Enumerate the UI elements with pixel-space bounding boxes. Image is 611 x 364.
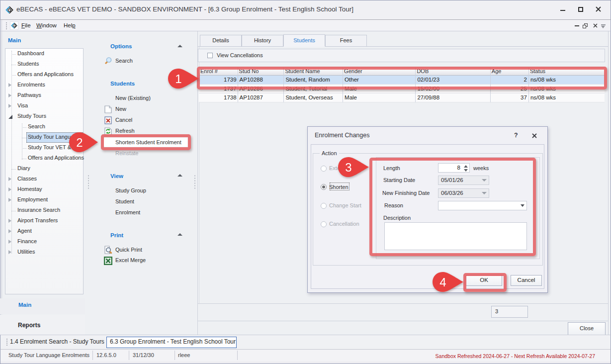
svg-text:3: 3 — [345, 161, 351, 174]
svg-text:1: 1 — [175, 72, 181, 86]
svg-text:2: 2 — [76, 136, 83, 149]
svg-text:4: 4 — [439, 275, 446, 289]
